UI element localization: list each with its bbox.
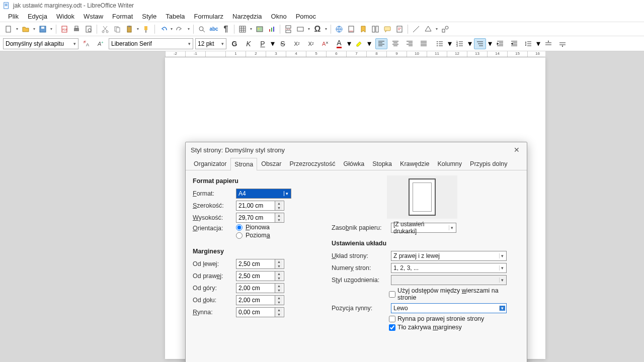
- italic-icon[interactable]: K: [243, 38, 255, 49]
- line-icon[interactable]: [411, 24, 422, 35]
- table-dropdown[interactable]: ▾: [249, 27, 253, 31]
- field-icon[interactable]: [295, 24, 306, 35]
- menu-pomoc[interactable]: Pomoc: [292, 12, 320, 21]
- radio-portrait[interactable]: [236, 224, 243, 231]
- tab-stopka[interactable]: Stopka: [368, 157, 396, 170]
- undo-icon[interactable]: [157, 24, 169, 35]
- shapes-dropdown[interactable]: ▾: [435, 27, 439, 31]
- tab-strona[interactable]: Strona: [230, 158, 257, 170]
- outline-icon[interactable]: [474, 38, 486, 49]
- width-spinner[interactable]: ▲▼: [236, 201, 284, 211]
- tab-obszar[interactable]: Obszar: [257, 157, 285, 170]
- clear-format-icon[interactable]: A: [319, 38, 331, 49]
- menu-style[interactable]: Style: [138, 12, 160, 21]
- cross-ref-icon[interactable]: [370, 24, 381, 35]
- spellcheck-icon[interactable]: abc: [208, 24, 219, 35]
- align-center-icon[interactable]: [389, 38, 401, 49]
- font-size-combo[interactable]: 12 pkt▾: [195, 38, 226, 49]
- bullet-list-icon[interactable]: [434, 38, 446, 49]
- basic-shapes-icon[interactable]: [423, 24, 434, 35]
- checkbox-gutter-right[interactable]: [389, 316, 395, 322]
- menu-edycja[interactable]: Edycja: [24, 12, 51, 21]
- bookmark-icon[interactable]: [358, 24, 369, 35]
- menu-wstaw[interactable]: Wstaw: [79, 12, 107, 21]
- right-margin-spinner[interactable]: ▲▼: [236, 271, 284, 281]
- align-right-icon[interactable]: [404, 38, 416, 49]
- new-icon[interactable]: [3, 24, 14, 35]
- menu-formularz[interactable]: Formularz: [190, 12, 228, 21]
- horizontal-ruler[interactable]: -2-112345678910111213141516: [165, 51, 545, 57]
- special-char-icon[interactable]: Ω: [312, 24, 323, 35]
- decrease-para-spacing-icon[interactable]: [556, 38, 569, 49]
- save-icon[interactable]: [37, 24, 48, 35]
- print-preview-icon[interactable]: [83, 24, 94, 35]
- clone-format-icon[interactable]: [141, 24, 152, 35]
- menu-plik[interactable]: Plik: [4, 12, 23, 21]
- increase-indent-icon[interactable]: [494, 38, 506, 49]
- find-icon[interactable]: [196, 24, 207, 35]
- page-layout-combo[interactable]: Z prawej i z lewej▾: [391, 251, 507, 261]
- outline-dropdown[interactable]: ▾: [488, 39, 492, 48]
- new-style-icon[interactable]: A+: [95, 38, 107, 49]
- hyperlink-icon[interactable]: [334, 24, 345, 35]
- paragraph-style-combo[interactable]: Domyślny styl akapitu▾: [3, 38, 78, 49]
- highlight-icon[interactable]: [353, 38, 365, 49]
- height-spinner[interactable]: ▲▼: [236, 213, 284, 223]
- cut-icon[interactable]: [100, 24, 111, 35]
- checkbox-bg-covers-margins[interactable]: [389, 324, 395, 331]
- close-icon[interactable]: ✕: [512, 145, 522, 155]
- menu-widok[interactable]: Widok: [52, 12, 78, 21]
- chart-icon[interactable]: [266, 24, 277, 35]
- tab-organizator[interactable]: Organizator: [190, 157, 230, 170]
- new-dropdown[interactable]: ▾: [15, 27, 19, 31]
- line-spacing-dropdown[interactable]: ▾: [536, 39, 540, 48]
- underline-dropdown[interactable]: ▾: [271, 39, 275, 48]
- tab-kolumny[interactable]: Kolumny: [433, 157, 466, 170]
- align-justify-icon[interactable]: [418, 38, 430, 49]
- number-list-icon[interactable]: 123: [454, 38, 466, 49]
- paste-dropdown[interactable]: ▾: [136, 27, 140, 31]
- increase-para-spacing-icon[interactable]: [542, 38, 554, 49]
- decrease-indent-icon[interactable]: [508, 38, 520, 49]
- font-color-dropdown[interactable]: ▾: [347, 39, 351, 48]
- undo-dropdown[interactable]: ▾: [170, 27, 174, 31]
- bold-icon[interactable]: G: [228, 38, 240, 49]
- font-color-icon[interactable]: A: [333, 38, 345, 49]
- checkbox-use-line-spacing[interactable]: [389, 291, 395, 298]
- open-icon[interactable]: [20, 24, 31, 35]
- top-margin-spinner[interactable]: ▲▼: [236, 283, 284, 293]
- export-pdf-icon[interactable]: PDF: [59, 24, 70, 35]
- field-dropdown[interactable]: ▾: [307, 27, 311, 31]
- print-icon[interactable]: [71, 24, 82, 35]
- subscript-icon[interactable]: X2: [305, 38, 317, 49]
- redo-icon[interactable]: [175, 24, 186, 35]
- menu-format[interactable]: Format: [108, 12, 137, 21]
- menu-okno[interactable]: Okno: [267, 12, 291, 21]
- tab-glowka[interactable]: Główka: [339, 157, 368, 170]
- redo-dropdown[interactable]: ▾: [187, 27, 191, 31]
- page-break-icon[interactable]: [283, 24, 294, 35]
- highlight-dropdown[interactable]: ▾: [367, 39, 371, 48]
- bottom-margin-spinner[interactable]: ▲▼: [236, 295, 284, 305]
- open-dropdown[interactable]: ▾: [32, 27, 36, 31]
- tab-krawedzie[interactable]: Krawędzie: [396, 157, 433, 170]
- font-name-combo[interactable]: Liberation Serif▾: [109, 38, 193, 49]
- special-char-dropdown[interactable]: ▾: [324, 27, 328, 31]
- paper-tray-combo[interactable]: [Z ustawień drukarki]▾: [391, 223, 456, 233]
- number-dropdown[interactable]: ▾: [468, 39, 472, 48]
- paste-icon[interactable]: [124, 24, 135, 35]
- tab-przypis[interactable]: Przypis dolny: [466, 157, 511, 170]
- page-numbers-combo[interactable]: 1, 2, 3, ...▾: [391, 263, 507, 273]
- superscript-icon[interactable]: X2: [291, 38, 303, 49]
- align-left-icon[interactable]: [375, 38, 387, 49]
- save-dropdown[interactable]: ▾: [49, 27, 53, 31]
- gutter-position-combo[interactable]: Lewo▾: [391, 303, 507, 313]
- menu-tabela[interactable]: Tabela: [162, 12, 189, 21]
- draw-functions-icon[interactable]: [440, 24, 451, 35]
- radio-landscape[interactable]: [236, 232, 243, 239]
- image-icon[interactable]: [254, 24, 265, 35]
- menu-narzedzia[interactable]: Narzędzia: [228, 12, 266, 21]
- update-style-icon[interactable]: A: [80, 38, 93, 49]
- left-margin-spinner[interactable]: ▲▼: [236, 259, 284, 269]
- table-icon[interactable]: [237, 24, 248, 35]
